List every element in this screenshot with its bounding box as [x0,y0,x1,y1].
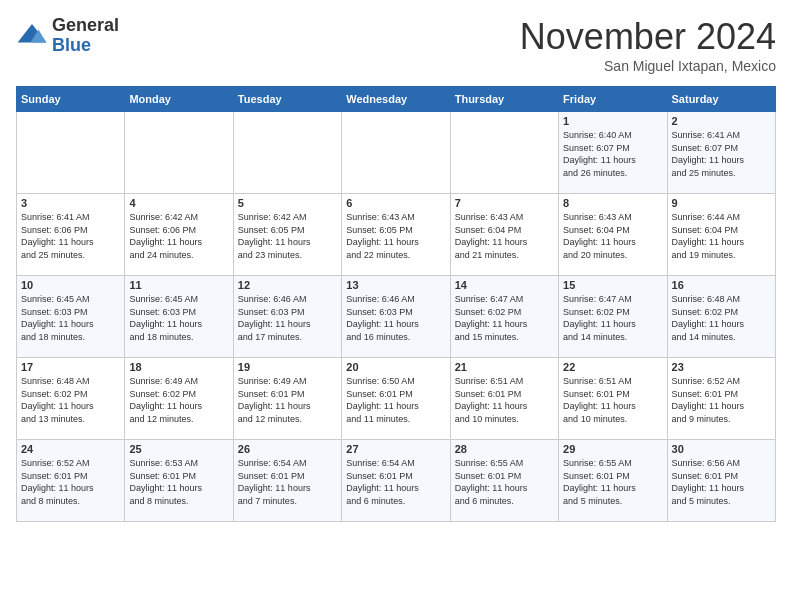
week-row-1: 1Sunrise: 6:40 AMSunset: 6:07 PMDaylight… [17,112,776,194]
day-number: 26 [238,443,337,455]
header-cell-friday: Friday [559,87,667,112]
day-number: 6 [346,197,445,209]
day-cell: 1Sunrise: 6:40 AMSunset: 6:07 PMDaylight… [559,112,667,194]
header-cell-thursday: Thursday [450,87,558,112]
day-cell: 15Sunrise: 6:47 AMSunset: 6:02 PMDayligh… [559,276,667,358]
day-cell [342,112,450,194]
day-info: Sunrise: 6:48 AMSunset: 6:02 PMDaylight:… [21,375,120,425]
day-cell: 8Sunrise: 6:43 AMSunset: 6:04 PMDaylight… [559,194,667,276]
day-cell: 26Sunrise: 6:54 AMSunset: 6:01 PMDayligh… [233,440,341,522]
day-info: Sunrise: 6:47 AMSunset: 6:02 PMDaylight:… [563,293,662,343]
day-info: Sunrise: 6:55 AMSunset: 6:01 PMDaylight:… [455,457,554,507]
day-info: Sunrise: 6:50 AMSunset: 6:01 PMDaylight:… [346,375,445,425]
day-cell: 13Sunrise: 6:46 AMSunset: 6:03 PMDayligh… [342,276,450,358]
day-cell: 24Sunrise: 6:52 AMSunset: 6:01 PMDayligh… [17,440,125,522]
day-number: 10 [21,279,120,291]
header-cell-wednesday: Wednesday [342,87,450,112]
day-cell [17,112,125,194]
day-info: Sunrise: 6:45 AMSunset: 6:03 PMDaylight:… [21,293,120,343]
day-cell: 25Sunrise: 6:53 AMSunset: 6:01 PMDayligh… [125,440,233,522]
day-cell: 17Sunrise: 6:48 AMSunset: 6:02 PMDayligh… [17,358,125,440]
day-number: 28 [455,443,554,455]
day-number: 5 [238,197,337,209]
day-cell: 6Sunrise: 6:43 AMSunset: 6:05 PMDaylight… [342,194,450,276]
day-number: 13 [346,279,445,291]
day-info: Sunrise: 6:43 AMSunset: 6:04 PMDaylight:… [563,211,662,261]
day-cell: 10Sunrise: 6:45 AMSunset: 6:03 PMDayligh… [17,276,125,358]
day-info: Sunrise: 6:44 AMSunset: 6:04 PMDaylight:… [672,211,771,261]
day-number: 21 [455,361,554,373]
day-info: Sunrise: 6:46 AMSunset: 6:03 PMDaylight:… [346,293,445,343]
day-cell: 30Sunrise: 6:56 AMSunset: 6:01 PMDayligh… [667,440,775,522]
day-cell [233,112,341,194]
day-cell [450,112,558,194]
day-number: 17 [21,361,120,373]
day-number: 2 [672,115,771,127]
day-info: Sunrise: 6:43 AMSunset: 6:04 PMDaylight:… [455,211,554,261]
day-number: 30 [672,443,771,455]
day-info: Sunrise: 6:56 AMSunset: 6:01 PMDaylight:… [672,457,771,507]
day-info: Sunrise: 6:42 AMSunset: 6:05 PMDaylight:… [238,211,337,261]
day-number: 25 [129,443,228,455]
day-cell: 28Sunrise: 6:55 AMSunset: 6:01 PMDayligh… [450,440,558,522]
header-cell-saturday: Saturday [667,87,775,112]
day-info: Sunrise: 6:43 AMSunset: 6:05 PMDaylight:… [346,211,445,261]
day-info: Sunrise: 6:40 AMSunset: 6:07 PMDaylight:… [563,129,662,179]
week-row-2: 3Sunrise: 6:41 AMSunset: 6:06 PMDaylight… [17,194,776,276]
day-number: 19 [238,361,337,373]
day-info: Sunrise: 6:52 AMSunset: 6:01 PMDaylight:… [21,457,120,507]
day-info: Sunrise: 6:46 AMSunset: 6:03 PMDaylight:… [238,293,337,343]
day-number: 7 [455,197,554,209]
day-info: Sunrise: 6:52 AMSunset: 6:01 PMDaylight:… [672,375,771,425]
day-cell [125,112,233,194]
day-info: Sunrise: 6:53 AMSunset: 6:01 PMDaylight:… [129,457,228,507]
week-row-4: 17Sunrise: 6:48 AMSunset: 6:02 PMDayligh… [17,358,776,440]
day-number: 12 [238,279,337,291]
day-number: 14 [455,279,554,291]
day-cell: 3Sunrise: 6:41 AMSunset: 6:06 PMDaylight… [17,194,125,276]
day-info: Sunrise: 6:41 AMSunset: 6:07 PMDaylight:… [672,129,771,179]
day-cell: 23Sunrise: 6:52 AMSunset: 6:01 PMDayligh… [667,358,775,440]
day-cell: 16Sunrise: 6:48 AMSunset: 6:02 PMDayligh… [667,276,775,358]
day-info: Sunrise: 6:54 AMSunset: 6:01 PMDaylight:… [238,457,337,507]
day-info: Sunrise: 6:48 AMSunset: 6:02 PMDaylight:… [672,293,771,343]
day-cell: 12Sunrise: 6:46 AMSunset: 6:03 PMDayligh… [233,276,341,358]
day-info: Sunrise: 6:42 AMSunset: 6:06 PMDaylight:… [129,211,228,261]
calendar-table: SundayMondayTuesdayWednesdayThursdayFrid… [16,86,776,522]
day-number: 9 [672,197,771,209]
day-info: Sunrise: 6:54 AMSunset: 6:01 PMDaylight:… [346,457,445,507]
day-info: Sunrise: 6:55 AMSunset: 6:01 PMDaylight:… [563,457,662,507]
logo-general-text: General [52,16,119,36]
header-cell-sunday: Sunday [17,87,125,112]
calendar-header-row: SundayMondayTuesdayWednesdayThursdayFrid… [17,87,776,112]
day-cell: 19Sunrise: 6:49 AMSunset: 6:01 PMDayligh… [233,358,341,440]
day-number: 3 [21,197,120,209]
day-number: 23 [672,361,771,373]
day-cell: 29Sunrise: 6:55 AMSunset: 6:01 PMDayligh… [559,440,667,522]
page-header: General Blue November 2024 San Miguel Ix… [16,16,776,74]
day-cell: 7Sunrise: 6:43 AMSunset: 6:04 PMDaylight… [450,194,558,276]
day-cell: 4Sunrise: 6:42 AMSunset: 6:06 PMDaylight… [125,194,233,276]
day-number: 1 [563,115,662,127]
day-number: 27 [346,443,445,455]
day-cell: 2Sunrise: 6:41 AMSunset: 6:07 PMDaylight… [667,112,775,194]
day-info: Sunrise: 6:45 AMSunset: 6:03 PMDaylight:… [129,293,228,343]
location-text: San Miguel Ixtapan, Mexico [520,58,776,74]
day-cell: 21Sunrise: 6:51 AMSunset: 6:01 PMDayligh… [450,358,558,440]
day-info: Sunrise: 6:49 AMSunset: 6:02 PMDaylight:… [129,375,228,425]
day-cell: 18Sunrise: 6:49 AMSunset: 6:02 PMDayligh… [125,358,233,440]
header-cell-tuesday: Tuesday [233,87,341,112]
day-number: 4 [129,197,228,209]
day-cell: 11Sunrise: 6:45 AMSunset: 6:03 PMDayligh… [125,276,233,358]
month-title: November 2024 [520,16,776,58]
week-row-3: 10Sunrise: 6:45 AMSunset: 6:03 PMDayligh… [17,276,776,358]
day-cell: 14Sunrise: 6:47 AMSunset: 6:02 PMDayligh… [450,276,558,358]
day-number: 8 [563,197,662,209]
day-cell: 9Sunrise: 6:44 AMSunset: 6:04 PMDaylight… [667,194,775,276]
title-block: November 2024 San Miguel Ixtapan, Mexico [520,16,776,74]
day-info: Sunrise: 6:49 AMSunset: 6:01 PMDaylight:… [238,375,337,425]
day-number: 16 [672,279,771,291]
header-cell-monday: Monday [125,87,233,112]
day-number: 22 [563,361,662,373]
calendar-body: 1Sunrise: 6:40 AMSunset: 6:07 PMDaylight… [17,112,776,522]
